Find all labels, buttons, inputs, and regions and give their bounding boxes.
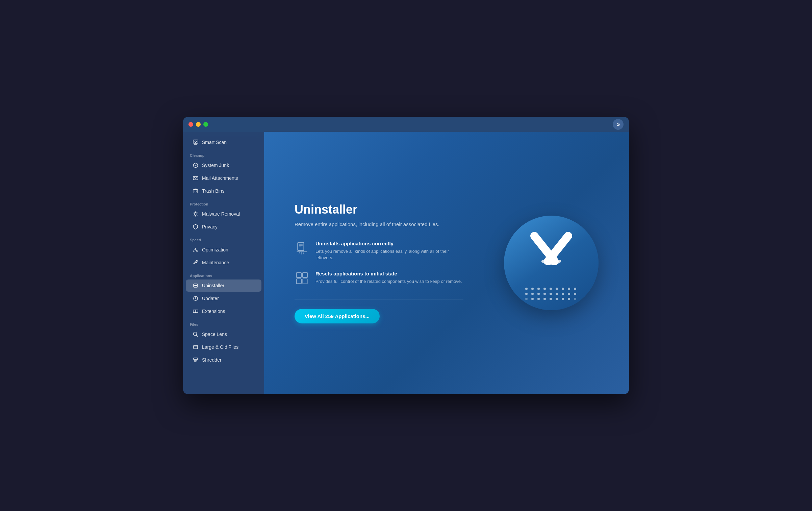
svg-line-16 xyxy=(197,212,197,213)
feature-1-title: Uninstalls applications correctly xyxy=(315,241,463,246)
svg-line-39 xyxy=(299,252,300,254)
svg-line-18 xyxy=(194,249,194,251)
minimize-button[interactable] xyxy=(196,122,201,127)
optimization-icon xyxy=(193,247,199,253)
content-wrapper: Uninstaller Remove entire applications, … xyxy=(295,202,599,323)
system-junk-icon xyxy=(193,162,199,168)
sidebar-item-updater[interactable]: Updater xyxy=(186,292,261,305)
maintenance-label: Maintenance xyxy=(202,260,229,265)
svg-rect-29 xyxy=(194,345,198,349)
feature-list: Uninstalls applications correctly Lets y… xyxy=(295,241,463,286)
sidebar-item-uninstaller[interactable]: Uninstaller xyxy=(186,279,261,292)
svg-rect-0 xyxy=(193,140,198,143)
hero-circle xyxy=(504,216,599,310)
svg-rect-26 xyxy=(195,310,198,313)
privacy-icon xyxy=(193,224,199,230)
sidebar-item-shredder[interactable]: Shredder xyxy=(186,354,261,366)
uninstall-feature-icon xyxy=(295,241,309,256)
close-button[interactable] xyxy=(188,122,193,127)
sidebar-item-system-junk[interactable]: System Junk xyxy=(186,159,261,171)
files-section-label: Files xyxy=(183,318,264,328)
app-body: Smart Scan Cleanup System Junk xyxy=(183,132,629,394)
sidebar-item-privacy[interactable]: Privacy xyxy=(186,221,261,233)
svg-rect-5 xyxy=(194,190,197,193)
trash-bins-label: Trash Bins xyxy=(202,188,224,194)
sidebar: Smart Scan Cleanup System Junk xyxy=(183,132,264,394)
malware-removal-label: Malware Removal xyxy=(202,211,240,217)
svg-line-15 xyxy=(197,215,197,216)
applications-section-label: Applications xyxy=(183,269,264,279)
dots-grid xyxy=(525,288,577,300)
space-lens-icon xyxy=(193,331,199,337)
app-window: ⚙ Smart Scan Cleanup xyxy=(183,117,629,394)
svg-point-2 xyxy=(195,141,197,143)
divider xyxy=(295,299,463,299)
view-all-button[interactable]: View All 259 Applications... xyxy=(295,309,380,323)
system-junk-label: System Junk xyxy=(202,163,229,168)
feature-item-2: Resets applications to initial state Pro… xyxy=(295,271,463,286)
title-bar: ⚙ xyxy=(183,117,629,132)
extensions-icon xyxy=(193,308,199,314)
maintenance-icon xyxy=(193,260,199,266)
updater-icon xyxy=(193,295,199,301)
malware-icon xyxy=(193,211,199,217)
traffic-lights xyxy=(188,122,208,127)
smart-scan-icon xyxy=(193,139,199,145)
sidebar-item-malware-removal[interactable]: Malware Removal xyxy=(186,208,261,220)
svg-rect-44 xyxy=(297,279,302,284)
feature-item-1: Uninstalls applications correctly Lets y… xyxy=(295,241,463,261)
svg-rect-45 xyxy=(303,279,308,284)
svg-rect-34 xyxy=(298,242,304,250)
updater-label: Updater xyxy=(202,296,219,301)
space-lens-label: Space Lens xyxy=(202,332,227,337)
page-subtitle: Remove entire applications, including al… xyxy=(295,221,463,228)
feature-2-desc: Provides full control of the related com… xyxy=(315,278,462,285)
reset-feature-icon xyxy=(295,271,309,286)
large-files-icon xyxy=(193,344,199,350)
extensions-label: Extensions xyxy=(202,309,225,314)
svg-line-17 xyxy=(194,215,195,216)
speed-section-label: Speed xyxy=(183,233,264,243)
sidebar-item-optimization[interactable]: Optimization xyxy=(186,244,261,256)
sidebar-item-smart-scan[interactable]: Smart Scan xyxy=(186,136,261,148)
sidebar-item-space-lens[interactable]: Space Lens xyxy=(186,328,261,340)
sidebar-item-extensions[interactable]: Extensions xyxy=(186,305,261,317)
mail-attachments-label: Mail Attachments xyxy=(202,175,238,181)
hero-icon-wrapper xyxy=(504,216,599,310)
svg-line-14 xyxy=(194,212,195,213)
sidebar-item-maintenance[interactable]: Maintenance xyxy=(186,257,261,269)
mail-icon xyxy=(193,175,199,181)
svg-line-19 xyxy=(195,248,196,251)
svg-rect-42 xyxy=(297,272,302,277)
trash-icon xyxy=(193,188,199,194)
svg-rect-43 xyxy=(303,272,308,277)
shredder-label: Shredder xyxy=(202,357,222,363)
settings-button[interactable]: ⚙ xyxy=(613,119,624,130)
svg-rect-25 xyxy=(193,310,196,313)
svg-line-28 xyxy=(197,335,198,337)
page-title: Uninstaller xyxy=(295,202,463,217)
feature-2-title: Resets applications to initial state xyxy=(315,271,462,276)
feature-1-desc: Lets you remove all kinds of application… xyxy=(315,248,463,261)
main-content: Uninstaller Remove entire applications, … xyxy=(264,132,629,394)
feature-1-text: Uninstalls applications correctly Lets y… xyxy=(315,241,463,261)
maximize-button[interactable] xyxy=(203,122,208,127)
sidebar-item-mail-attachments[interactable]: Mail Attachments xyxy=(186,172,261,184)
svg-line-41 xyxy=(303,252,304,254)
large-old-files-label: Large & Old Files xyxy=(202,344,238,350)
sidebar-item-trash-bins[interactable]: Trash Bins xyxy=(186,185,261,197)
smart-scan-label: Smart Scan xyxy=(202,140,227,145)
uninstaller-icon xyxy=(193,283,199,289)
shredder-icon xyxy=(193,357,199,363)
uninstaller-label: Uninstaller xyxy=(202,283,224,288)
svg-rect-30 xyxy=(194,358,198,360)
settings-icon: ⚙ xyxy=(616,122,620,127)
content-left: Uninstaller Remove entire applications, … xyxy=(295,202,463,323)
feature-2-text: Resets applications to initial state Pro… xyxy=(315,271,462,285)
cleanup-section-label: Cleanup xyxy=(183,149,264,159)
privacy-label: Privacy xyxy=(202,224,218,229)
optimization-label: Optimization xyxy=(202,247,228,252)
sidebar-item-large-old-files[interactable]: Large & Old Files xyxy=(186,341,261,353)
protection-section-label: Protection xyxy=(183,197,264,208)
svg-line-33 xyxy=(197,360,197,362)
